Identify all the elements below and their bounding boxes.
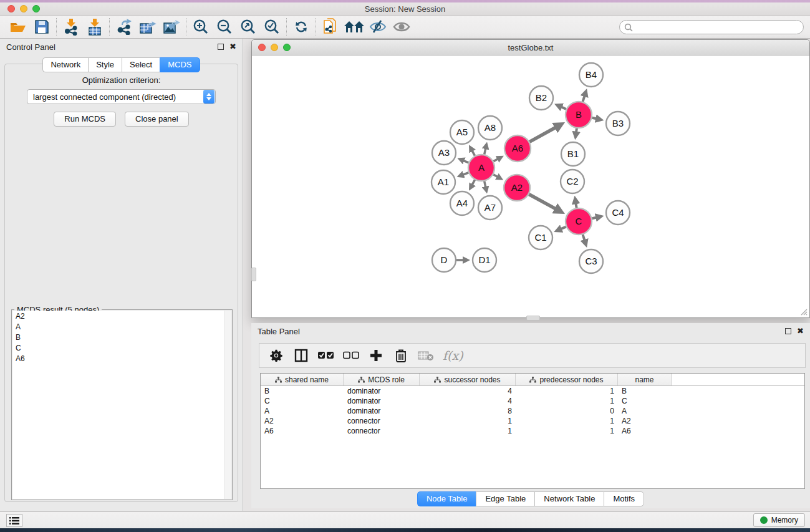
node-A1[interactable]: A1	[432, 170, 455, 194]
table-row[interactable]: A2connector11A2	[261, 416, 804, 426]
close-panel-button[interactable]: Close panel	[125, 112, 189, 127]
network-graph[interactable]: AA1A2A3A4A5A6A7A8BB1B2B3B4CC1C2C3C4DD1	[253, 56, 809, 317]
table-row[interactable]: Adominator80A	[261, 406, 804, 416]
open-session-button[interactable]	[7, 17, 29, 36]
export-image-button[interactable]	[161, 17, 182, 36]
edge-B-B3[interactable]	[592, 118, 597, 119]
hide-selected-button[interactable]	[367, 17, 388, 36]
node-A6[interactable]: A6	[504, 135, 531, 162]
node-B2[interactable]: B2	[529, 86, 553, 110]
edge-B-B4[interactable]	[583, 95, 585, 102]
table-row[interactable]: Cdominator41C	[261, 396, 804, 406]
edge-A-A1[interactable]	[463, 173, 468, 175]
function-builder-button[interactable]: f(x)	[443, 347, 463, 364]
tab-style[interactable]: Style	[88, 57, 122, 72]
edge-A-A2[interactable]	[493, 175, 498, 177]
edge-C-C2[interactable]	[576, 203, 576, 208]
node-C[interactable]: C	[566, 208, 592, 235]
edge-A-A8[interactable]	[485, 148, 486, 154]
show-selected-button[interactable]	[391, 17, 412, 36]
tab-node-table[interactable]: Node Table	[417, 491, 476, 506]
edge-B-B1[interactable]	[576, 128, 577, 133]
node-B3[interactable]: B3	[606, 112, 630, 135]
node-A3[interactable]: A3	[432, 141, 456, 165]
column-header-predecessor-nodes[interactable]: predecessor nodes	[516, 374, 618, 385]
import-network-button[interactable]	[60, 17, 82, 36]
node-A4[interactable]: A4	[450, 191, 474, 215]
show-panels-button[interactable]	[6, 514, 22, 527]
column-header-MCDS-role[interactable]: MCDS role	[344, 374, 420, 385]
zoom-out-button[interactable]	[214, 17, 235, 36]
save-session-button[interactable]	[31, 17, 52, 36]
result-scrollbar[interactable]	[224, 311, 231, 499]
table-row[interactable]: Bdominator41B	[261, 386, 804, 396]
tab-motifs[interactable]: Motifs	[604, 491, 644, 506]
edge-C-C4[interactable]	[592, 218, 597, 219]
mcds-result-list[interactable]: A2ABCA6	[12, 311, 231, 499]
clone-network-button[interactable]	[320, 17, 341, 36]
edge-A-A5[interactable]	[472, 150, 475, 156]
show-column-button[interactable]	[293, 347, 309, 364]
export-network-button[interactable]	[113, 17, 135, 36]
criterion-dropdown[interactable]: largest connected component (directed)	[27, 89, 216, 104]
edge-B-B2[interactable]	[561, 107, 566, 109]
float-panel-icon[interactable]	[218, 44, 224, 50]
zoom-selected-button[interactable]	[261, 17, 282, 36]
node-B[interactable]: B	[566, 102, 592, 128]
node-C2[interactable]: C2	[561, 170, 584, 193]
zoom-fit-button[interactable]	[238, 17, 259, 36]
export-table-button[interactable]	[137, 17, 158, 36]
zoom-in-button[interactable]	[190, 17, 211, 36]
node-D[interactable]: D	[432, 248, 456, 272]
mcds-result-item[interactable]: C	[12, 342, 231, 353]
tab-network-table[interactable]: Network Table	[534, 491, 604, 506]
create-column-button[interactable]	[368, 347, 384, 364]
tab-select[interactable]: Select	[122, 57, 160, 72]
column-header-successor-nodes[interactable]: successor nodes	[420, 374, 516, 385]
edge-A2-C[interactable]	[529, 195, 556, 210]
network-canvas[interactable]: AA1A2A3A4A5A6A7A8BB1B2B3B4CC1C2C3C4DD1	[253, 56, 809, 317]
resize-grip-icon[interactable]	[799, 307, 808, 316]
mcds-result-item[interactable]: B	[12, 332, 231, 342]
node-C4[interactable]: C4	[606, 201, 630, 225]
tab-edge-table[interactable]: Edge Table	[476, 491, 534, 506]
import-table-button[interactable]	[84, 17, 105, 36]
node-A7[interactable]: A7	[478, 196, 502, 220]
edge-A-A3[interactable]	[463, 160, 469, 163]
node-B1[interactable]: B1	[561, 142, 585, 166]
select-all-columns-button[interactable]	[318, 347, 334, 364]
edge-C-C3[interactable]	[583, 235, 585, 241]
tab-network[interactable]: Network	[42, 57, 88, 72]
mcds-result-item[interactable]: A	[12, 321, 231, 332]
float-table-panel-icon[interactable]	[785, 328, 791, 334]
edge-A-A6[interactable]	[493, 159, 498, 162]
refresh-button[interactable]	[291, 17, 312, 36]
delete-table-button[interactable]	[418, 347, 434, 364]
edge-C-C1[interactable]	[561, 227, 566, 230]
tab-mcds[interactable]: MCDS	[160, 57, 200, 72]
mcds-result-item[interactable]: A6	[12, 353, 231, 364]
node-C3[interactable]: C3	[579, 249, 603, 273]
unselect-all-columns-button[interactable]	[343, 347, 359, 364]
show-home-networks-button[interactable]	[344, 17, 365, 36]
table-row[interactable]: A6connector11A6	[261, 426, 804, 436]
node-A2[interactable]: A2	[504, 175, 530, 201]
node-A5[interactable]: A5	[450, 120, 474, 144]
delete-column-button[interactable]	[393, 347, 409, 364]
run-mcds-button[interactable]: Run MCDS	[54, 112, 116, 127]
search-input[interactable]	[633, 22, 803, 33]
node-table[interactable]: shared nameMCDS rolesuccessor nodesprede…	[260, 373, 805, 489]
vertical-split-handle[interactable]	[251, 268, 256, 281]
column-header-shared-name[interactable]: shared name	[261, 374, 344, 385]
table-settings-button[interactable]	[268, 347, 284, 364]
node-B4[interactable]: B4	[579, 63, 603, 87]
node-A[interactable]: A	[468, 155, 494, 181]
node-D1[interactable]: D1	[473, 248, 496, 272]
node-C1[interactable]: C1	[529, 226, 552, 249]
close-panel-icon[interactable]: ✖	[229, 44, 236, 50]
search-field[interactable]	[619, 20, 804, 34]
column-header-name[interactable]: name	[618, 374, 672, 385]
node-A8[interactable]: A8	[478, 116, 502, 140]
edge-A-A4[interactable]	[472, 180, 475, 185]
horizontal-split-handle[interactable]	[526, 316, 540, 321]
